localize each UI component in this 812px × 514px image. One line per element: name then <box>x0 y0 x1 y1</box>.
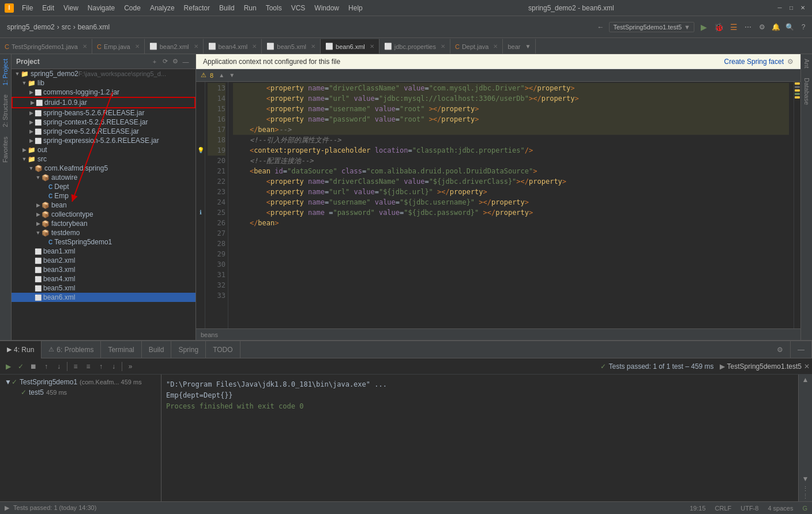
tree-item-package-root[interactable]: ▼ 📦 com.Keafmd.spring5 <box>12 164 196 173</box>
maximize-button[interactable]: □ <box>787 3 796 13</box>
debug-button[interactable]: 🐞 <box>712 20 725 34</box>
status-indent[interactable]: 4 spaces <box>768 505 793 512</box>
bottom-tab-settings[interactable]: ⚙ <box>770 341 791 358</box>
bottom-tab-run[interactable]: ▶ 4: Run <box>0 341 42 358</box>
tree-item-springbeans[interactable]: ▶ ⬜ spring-beans-5.2.6.RELEASE.jar <box>12 108 196 118</box>
menu-file[interactable]: File <box>17 3 37 13</box>
test-item-test5[interactable]: ✓ test5 459 ms <box>0 387 161 398</box>
tree-item-autowire[interactable]: ▼ 📦 autowire <box>12 173 196 182</box>
menu-build[interactable]: Build <box>215 3 239 13</box>
sidebar-tab-favorites[interactable]: Favorites <box>0 132 11 167</box>
tree-item-testdemo[interactable]: ▼ 📦 testdemo <box>12 228 196 237</box>
tree-item-bean4xml-tree[interactable]: ⬜ bean4.xml <box>12 274 196 284</box>
tab-jdbcproperties[interactable]: ⬜ jdbc.properties ✕ <box>379 39 450 54</box>
tab-close-icon[interactable]: ✕ <box>311 43 315 50</box>
status-line-ending[interactable]: CRLF <box>715 505 732 512</box>
tab-close-icon[interactable]: ✕ <box>194 43 198 50</box>
tab-bean5xml[interactable]: ⬜ bean5.xml ✕ <box>262 39 321 54</box>
test-pass-icon[interactable]: ✓ <box>15 361 27 372</box>
align-left-icon[interactable]: ≡ <box>70 361 81 372</box>
align-center-icon[interactable]: ≡ <box>82 361 94 372</box>
right-sidebar-database[interactable]: Database <box>802 73 812 109</box>
scroll-up-btn[interactable]: ▲ <box>802 376 809 384</box>
search-everywhere-icon[interactable]: 🔍 <box>783 21 796 33</box>
code-editor[interactable]: 💡 ℹ 13 <box>196 82 800 328</box>
bottom-tab-spring[interactable]: Spring <box>171 341 206 358</box>
scroll-extra-1[interactable]: ⋮ <box>802 485 809 493</box>
code-content[interactable]: <property name="driverClassName" value="… <box>228 82 794 328</box>
tree-item-emp[interactable]: C Emp <box>12 191 196 201</box>
panel-icon-add[interactable]: + <box>149 56 160 67</box>
tree-item-dept[interactable]: C Dept <box>12 182 196 191</box>
tree-item-bean2xml[interactable]: ⬜ bean2.xml <box>12 256 196 265</box>
tree-item-collectiontype[interactable]: ▶ 📦 collectiontype <box>12 210 196 219</box>
down-icon[interactable]: ↓ <box>108 361 119 372</box>
bottom-tab-close[interactable]: — <box>791 341 812 358</box>
tree-item-bean5xml-tree[interactable]: ⬜ bean5.xml <box>12 284 196 293</box>
sidebar-tab-structure[interactable]: 2: Structure <box>0 90 11 132</box>
menu-bar[interactable]: File Edit View Navigate Code Analyze Ref… <box>17 3 367 13</box>
tree-item-src[interactable]: ▼ 📁 src <box>12 154 196 164</box>
breadcrumb-src[interactable]: src <box>62 23 71 31</box>
menu-analyze[interactable]: Analyze <box>145 3 179 13</box>
tree-item-bean6xml-tree[interactable]: ⬜ bean6.xml <box>12 293 196 302</box>
menu-navigate[interactable]: Navigate <box>83 3 119 13</box>
more-actions-icon[interactable]: ⋯ <box>742 21 754 33</box>
tree-item-lib[interactable]: ▼ 📁 lib <box>12 78 196 88</box>
tab-empjava[interactable]: C Emp.java ✕ <box>92 39 145 54</box>
panel-icon-settings[interactable]: ⚙ <box>170 56 181 67</box>
breadcrumb-project[interactable]: spring5_demo2 <box>7 23 55 31</box>
panel-icon-sync[interactable]: ⟳ <box>160 56 170 67</box>
event-log-icon[interactable]: G <box>802 505 807 512</box>
back-icon[interactable]: ← <box>594 21 607 33</box>
bottom-tab-terminal[interactable]: Terminal <box>101 341 141 358</box>
menu-refactor[interactable]: Refactor <box>179 3 215 13</box>
create-spring-facet-link[interactable]: Create Spring facet <box>724 58 784 66</box>
run-close-icon[interactable]: ✕ <box>804 362 810 371</box>
tab-close-icon[interactable]: ✕ <box>252 43 257 50</box>
tree-item-bean-pkg[interactable]: ▶ 📦 bean <box>12 201 196 210</box>
tree-item-bean1xml[interactable]: ⬜ bean1.xml <box>12 247 196 256</box>
tab-bean2xml[interactable]: ⬜ bean2.xml ✕ <box>145 39 204 54</box>
test-result-text[interactable]: Tests passed: 1 (today 14:30) <box>13 504 96 511</box>
tab-close-icon[interactable]: ✕ <box>82 43 87 50</box>
tree-item-springcontext[interactable]: ▶ ⬜ spring-context-5.2.6.RELEASE.jar <box>12 118 196 127</box>
settings-icon[interactable]: ⚙ <box>755 21 768 33</box>
tab-close-icon[interactable]: ✕ <box>493 43 498 50</box>
tree-item-springexpression[interactable]: ▶ ⬜ spring-expression-5.2.6.RELEASE.jar <box>12 136 196 145</box>
banner-settings-icon[interactable]: ⚙ <box>787 58 794 66</box>
help-icon[interactable]: ? <box>797 21 810 33</box>
test-item-testspring5demo1[interactable]: ▼ ✓ TestSpring5demo1 (com.Keafm... 459 m… <box>0 377 161 387</box>
run-tab-label[interactable]: ▶ <box>5 504 9 511</box>
coverage-button[interactable]: ☰ <box>727 20 740 34</box>
tab-deptjava[interactable]: C Dept.java ✕ <box>450 39 503 54</box>
minimize-button[interactable]: ─ <box>775 3 784 13</box>
run-button[interactable]: ▶ <box>697 20 710 34</box>
menu-window[interactable]: Window <box>310 3 344 13</box>
menu-tools[interactable]: Tools <box>261 3 287 13</box>
tab-close-icon[interactable]: ✕ <box>370 43 374 50</box>
sidebar-tab-project[interactable]: 1: Project <box>0 54 11 90</box>
tree-item-out[interactable]: ▶ 📁 out <box>12 145 196 154</box>
scroll-extra-2[interactable]: ⋮ <box>802 493 809 500</box>
tree-item-commonslogging[interactable]: ▶ ⬜ commons-logging-1.2.jar <box>12 88 196 97</box>
menu-code[interactable]: Code <box>119 3 145 13</box>
up-icon[interactable]: ↑ <box>95 361 107 372</box>
bottom-tab-todo[interactable]: TODO <box>206 341 240 358</box>
close-button[interactable]: ✕ <box>798 3 807 13</box>
menu-help[interactable]: Help <box>344 3 367 13</box>
menu-view[interactable]: View <box>59 3 83 13</box>
sort-desc-icon[interactable]: ↓ <box>53 361 65 372</box>
bottom-tab-problems[interactable]: ⚠ 6: Problems <box>42 341 101 358</box>
expand-icon[interactable]: » <box>125 361 136 372</box>
tree-item-springcore[interactable]: ▶ ⬜ spring-core-5.2.6.RELEASE.jar <box>12 127 196 136</box>
test-stop-icon[interactable]: ⏹ <box>28 361 39 372</box>
tab-close-icon[interactable]: ✕ <box>441 43 445 50</box>
right-sidebar-ant[interactable]: Ant <box>802 54 812 73</box>
bottom-tab-build[interactable]: Build <box>142 341 172 358</box>
menu-vcs[interactable]: VCS <box>287 3 310 13</box>
notification-icon[interactable]: 🔔 <box>769 21 782 33</box>
tab-close-icon[interactable]: ✕ <box>135 43 140 50</box>
tree-item-root[interactable]: ▼ 📁 spring5_demo2 F:\java_workspace\spri… <box>12 69 196 78</box>
status-encoding[interactable]: UTF-8 <box>740 505 758 512</box>
